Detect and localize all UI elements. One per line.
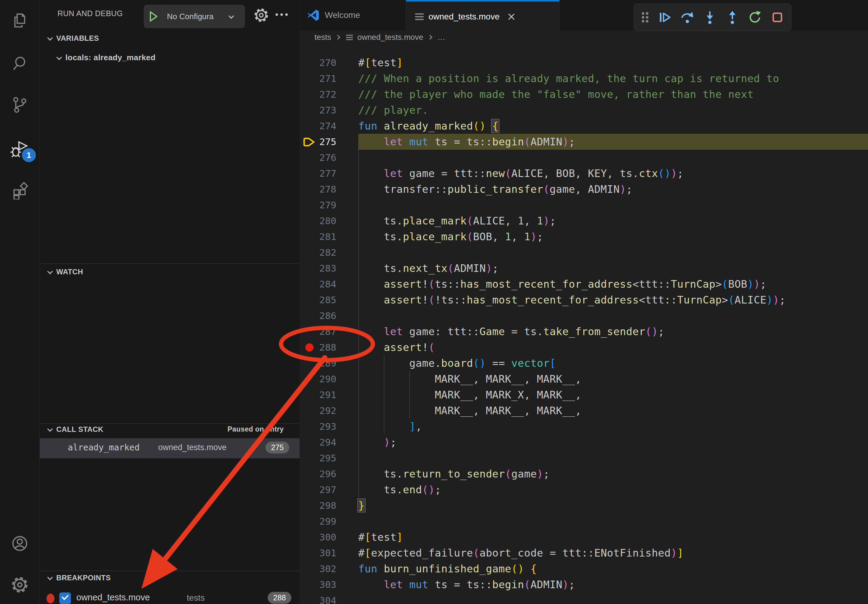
settings-gear-icon[interactable] [0,568,40,602]
gutter-glyph-288[interactable] [302,339,316,355]
gutter-glyph-295[interactable] [302,450,316,466]
code-editor[interactable]: 270#[test]271/// When a position is alre… [300,44,868,604]
gutter-glyph-287[interactable] [302,324,316,339]
line-number-278[interactable]: 278 [316,181,336,197]
line-number-294[interactable]: 294 [316,434,336,450]
gutter-glyph-278[interactable] [302,181,316,197]
breakpoint-list-item[interactable]: owned_tests.move tests 288 [40,589,299,604]
gutter-glyph-302[interactable] [302,561,316,577]
line-number-285[interactable]: 285 [316,292,336,308]
gutter-glyph-280[interactable] [302,213,316,229]
line-number-297[interactable]: 297 [316,482,336,497]
line-number-270[interactable]: 270 [316,55,336,71]
gutter-glyph-300[interactable] [302,529,316,545]
gutter-glyph-297[interactable] [302,482,316,497]
line-number-299[interactable]: 299 [316,513,336,529]
line-number-281[interactable]: 281 [316,229,336,245]
gutter-glyph-276[interactable] [302,150,316,166]
gutter-glyph-270[interactable] [302,55,316,71]
breadcrumb-item-more[interactable]: … [437,33,445,42]
line-number-292[interactable]: 292 [316,403,336,418]
gutter-glyph-271[interactable] [302,71,316,87]
run-and-debug-icon[interactable]: 1 [0,132,40,166]
line-number-303[interactable]: 303 [316,577,336,592]
line-number-283[interactable]: 283 [316,260,336,276]
line-number-288[interactable]: 288 [316,339,336,355]
line-number-289[interactable]: 289 [316,355,336,371]
breadcrumb-item-file[interactable]: owned_tests.move [357,33,423,42]
gutter-glyph-283[interactable] [302,260,316,276]
step-into-icon[interactable] [702,10,717,25]
line-number-274[interactable]: 274 [316,118,336,134]
watch-section-header[interactable]: WATCH [46,268,83,276]
breakpoint-dot[interactable] [305,343,313,352]
gutter-glyph-292[interactable] [302,403,316,418]
line-number-298[interactable]: 298 [316,497,336,513]
account-icon[interactable] [0,527,40,560]
extensions-icon[interactable] [0,174,40,208]
close-icon[interactable] [507,12,516,21]
drag-grip-icon[interactable] [640,11,649,24]
gutter-glyph-304[interactable] [302,592,316,604]
gutter-glyph-303[interactable] [302,577,316,592]
breadcrumb-item-tests[interactable]: tests [315,33,331,42]
line-number-304[interactable]: 304 [316,592,336,604]
line-number-280[interactable]: 280 [316,213,336,229]
explorer-icon[interactable] [0,4,40,37]
variables-section-header[interactable]: VARIABLES [46,34,99,43]
line-number-284[interactable]: 284 [316,276,336,292]
gutter-glyph-274[interactable] [302,118,316,134]
gutter-glyph-301[interactable] [302,545,316,561]
gutter-glyph-277[interactable] [302,166,316,181]
gutter-glyph-285[interactable] [302,292,316,308]
line-number-302[interactable]: 302 [316,561,336,577]
gutter-glyph-281[interactable] [302,229,316,245]
gutter-glyph-282[interactable] [302,245,316,260]
line-number-291[interactable]: 291 [316,387,336,403]
gutter-glyph-291[interactable] [302,387,316,403]
gutter-glyph-284[interactable] [302,276,316,292]
more-actions-icon[interactable] [276,13,288,16]
line-number-296[interactable]: 296 [316,466,336,482]
gutter-glyph-294[interactable] [302,434,316,450]
gutter-glyph-298[interactable] [302,497,316,513]
call-stack-frame-row[interactable]: already_marked owned_tests.move 275 [40,438,299,458]
breakpoints-section-header[interactable]: BREAKPOINTS [46,574,111,582]
stop-icon[interactable] [770,10,785,25]
line-number-279[interactable]: 279 [316,197,336,213]
step-over-icon[interactable] [680,10,694,25]
line-number-275[interactable]: 275 [316,134,336,150]
line-number-293[interactable]: 293 [316,418,336,434]
continue-icon[interactable] [657,10,672,25]
gutter-glyph-279[interactable] [302,197,316,213]
line-number-276[interactable]: 276 [316,150,336,166]
line-number-272[interactable]: 272 [316,87,336,102]
restart-icon[interactable] [747,10,762,25]
line-number-282[interactable]: 282 [316,245,336,260]
breakpoint-checkbox[interactable] [59,592,71,604]
gutter-glyph-273[interactable] [302,102,316,118]
tab-owned-tests-move[interactable]: owned_tests.move [406,0,560,32]
line-number-287[interactable]: 287 [316,324,336,339]
line-number-277[interactable]: 277 [316,166,336,181]
gutter-glyph-275[interactable] [302,134,316,150]
line-number-295[interactable]: 295 [316,450,336,466]
gutter-glyph-286[interactable] [302,308,316,324]
line-number-301[interactable]: 301 [316,545,336,561]
gutter-glyph-272[interactable] [302,87,316,102]
source-control-icon[interactable] [0,88,40,122]
gutter-glyph-293[interactable] [302,418,316,434]
gutter-glyph-296[interactable] [302,466,316,482]
debug-config-dropdown[interactable]: No Configura [144,5,245,28]
search-icon[interactable] [0,47,40,80]
line-number-273[interactable]: 273 [316,102,336,118]
tab-welcome[interactable]: Welcome [300,0,406,30]
line-number-300[interactable]: 300 [316,529,336,545]
gutter-glyph-299[interactable] [302,513,316,529]
gutter-glyph-290[interactable] [302,371,316,387]
call-stack-section-header[interactable]: CALL STACK Paused on entry [46,425,292,434]
debug-settings-gear-icon[interactable] [253,7,270,24]
step-out-icon[interactable] [725,10,740,25]
start-debug-icon[interactable] [149,11,158,22]
line-number-290[interactable]: 290 [316,371,336,387]
